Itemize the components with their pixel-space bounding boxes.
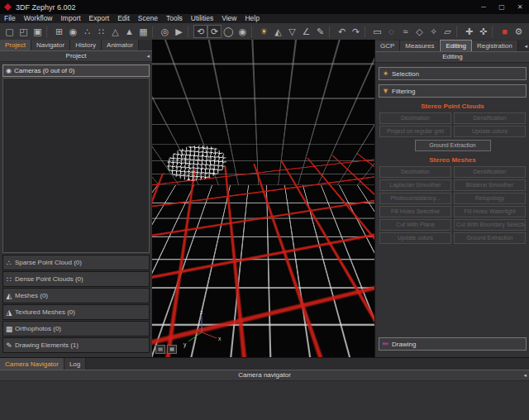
viewport-grid-icon[interactable]: ▦	[167, 345, 177, 354]
stereo-meshes-title: Stereo Meshes	[375, 156, 529, 164]
free-look-icon[interactable]: ◯	[222, 25, 236, 38]
orbit-pan-icon[interactable]: ⟳	[207, 25, 222, 38]
spc-update-colors-button[interactable]: Update colors	[454, 126, 526, 137]
sm-decimation-button[interactable]: Decimation	[379, 166, 451, 178]
smart-selection-icon[interactable]: ✧	[427, 25, 441, 38]
sm-update-colors-button[interactable]: Update colors	[379, 232, 451, 244]
circle-selection-icon[interactable]: ◌	[384, 25, 398, 38]
orthophoto-icon[interactable]: ▦	[136, 25, 150, 38]
toolbar-separator	[365, 26, 369, 37]
tab-animator[interactable]: Animator	[102, 40, 139, 50]
3d-viewport[interactable]: z x y ▤ ▦	[152, 40, 374, 357]
rect-selection-icon[interactable]: ▭	[370, 25, 384, 38]
spc-project-regular-grid-button[interactable]: Project on regular grid	[379, 126, 451, 137]
menu-export[interactable]: Export	[85, 14, 114, 23]
menu-bar: File Workflow Import Export Edit Scene T…	[0, 14, 529, 23]
collapse-bottom-icon[interactable]: ◂	[523, 370, 527, 380]
shaded-view-icon[interactable]: ◭	[271, 25, 285, 38]
wireframe-view-icon[interactable]: ▽	[285, 25, 299, 38]
meshes-item[interactable]: ◭ Meshes (0)	[2, 288, 150, 303]
close-button[interactable]: ✕	[511, 0, 529, 14]
settings-icon[interactable]: ⚙	[512, 25, 526, 38]
sm-densification-button[interactable]: Densification	[454, 166, 526, 178]
lasso-selection-icon[interactable]: ≈	[398, 25, 412, 38]
orbit-rotate-icon[interactable]: ⟲	[193, 25, 207, 38]
sm-cut-with-plane-button[interactable]: Cut With Plane	[379, 219, 451, 231]
poly-selection-icon[interactable]: ◇	[412, 25, 427, 38]
menu-help[interactable]: Help	[241, 14, 263, 23]
minimize-button[interactable]: ─	[474, 0, 493, 14]
tabs-scroll-left-icon[interactable]: ◂	[522, 41, 529, 51]
dense-point-cloud-icon[interactable]: ∷	[94, 25, 108, 38]
tab-registration[interactable]: Registration	[472, 41, 518, 51]
record-video-icon[interactable]: ▶	[172, 25, 186, 38]
menu-workflow[interactable]: Workflow	[20, 14, 57, 23]
focus-view-icon[interactable]: ◉	[236, 25, 250, 38]
sm-laplacian-smoother-button[interactable]: Laplacian Smoother	[379, 179, 451, 191]
sparse-point-cloud-icon[interactable]: ∴	[80, 25, 94, 38]
lighting-icon[interactable]: ☀	[257, 25, 271, 38]
editing-panel: GCP Measures Editing Registration ◂ Edit…	[374, 40, 529, 357]
selection-button[interactable]: ✶ Selection	[379, 67, 527, 80]
sm-fill-holes-selective-button[interactable]: Fill Holes Selective	[379, 206, 451, 217]
measure-icon[interactable]: ∠	[299, 25, 313, 38]
camera-wizard-icon[interactable]: ◉	[66, 25, 80, 38]
tab-navigator[interactable]: Navigator	[31, 40, 70, 50]
manual-edit-icon[interactable]: ✚	[462, 25, 476, 38]
tab-project[interactable]: Project	[0, 40, 31, 50]
menu-import[interactable]: Import	[57, 14, 85, 23]
mesh-extraction-icon[interactable]: △	[108, 25, 122, 38]
spc-densification-button[interactable]: Densification	[454, 112, 526, 124]
gizmo-move-icon[interactable]: ✜	[476, 25, 490, 38]
tab-log[interactable]: Log	[64, 358, 86, 370]
cameras-group[interactable]: ◉ Cameras (0 out of 0)	[2, 64, 150, 77]
spc-ground-extraction-button[interactable]: Ground Extraction	[415, 140, 491, 151]
open-project-icon[interactable]: ◰	[17, 25, 31, 38]
annotate-icon[interactable]: ✎	[313, 25, 327, 38]
plane-selection-icon[interactable]: ▱	[441, 25, 455, 38]
tab-camera-navigator[interactable]: Camera Navigator	[0, 358, 64, 370]
sm-bilateral-smoother-button[interactable]: Bilateral Smoother	[454, 179, 526, 191]
redo-icon[interactable]: ↷	[349, 25, 363, 38]
screenshot-icon[interactable]: ◎	[158, 25, 172, 38]
zephyr-cube-icon[interactable]: ■	[498, 25, 512, 38]
camera-tree-area[interactable]	[2, 78, 150, 253]
spc-decimation-button[interactable]: Decimation	[379, 112, 451, 124]
viewport-layout-icon[interactable]: ▤	[155, 345, 165, 354]
sm-photoconsistency-button[interactable]: Photoconsistency...	[379, 193, 451, 204]
menu-edit[interactable]: Edit	[113, 14, 134, 23]
collapse-left-icon[interactable]: ◂	[146, 51, 150, 61]
textured-mesh-icon: ◮	[3, 308, 15, 317]
menu-scene[interactable]: Scene	[134, 14, 162, 23]
sm-retopology-button[interactable]: Retopology	[454, 193, 526, 204]
textured-mesh-icon[interactable]: ▲	[122, 25, 136, 38]
axis-y-label: y	[183, 341, 187, 348]
menu-file[interactable]: File	[0, 14, 20, 23]
drawing-elements-item[interactable]: ✎ Drawing Elements (1)	[2, 337, 150, 353]
menu-utilities[interactable]: Utilities	[187, 14, 217, 23]
tab-measures[interactable]: Measures	[400, 41, 440, 51]
textured-meshes-item[interactable]: ◮ Textured Meshes (0)	[2, 304, 150, 320]
toolbar-separator	[456, 26, 460, 37]
tab-history[interactable]: History	[70, 40, 102, 50]
tab-editing[interactable]: Editing	[440, 40, 471, 51]
tab-gcp[interactable]: GCP	[375, 41, 400, 51]
sm-ground-extraction-button[interactable]: Ground Extraction	[454, 232, 526, 244]
dense-point-clouds-item[interactable]: ∷ Dense Point Clouds (0)	[2, 271, 150, 287]
menu-view[interactable]: View	[217, 14, 241, 23]
undo-icon[interactable]: ↶	[335, 25, 349, 38]
filtering-button[interactable]: ▼ Filtering	[379, 84, 527, 98]
import-photos-icon[interactable]: ⊞	[52, 25, 66, 38]
new-project-icon[interactable]: ▢	[2, 25, 17, 38]
sparse-point-cloud-item[interactable]: ∴ Sparse Point Cloud (0)	[2, 255, 150, 270]
main-toolbar: ▢ ◰ ▣ ⊞ ◉ ∴ ∷ △ ▲ ▦ ◎ ▶ ⟲ ⟳ ◯ ◉ ☀ ◭ ▽ ∠ …	[0, 23, 529, 41]
selection-cursor-icon: ✶	[379, 69, 392, 78]
list-item-label: Orthophotos (0)	[15, 325, 61, 332]
maximize-button[interactable]: ▢	[493, 0, 511, 14]
orthophotos-item[interactable]: ▦ Orthophotos (0)	[2, 321, 150, 336]
drawing-button[interactable]: ✏ Drawing	[379, 337, 527, 351]
save-project-icon[interactable]: ▣	[31, 25, 45, 38]
menu-tools[interactable]: Tools	[162, 14, 187, 23]
sm-cut-with-boundary-button[interactable]: Cut With Boundary Selection	[454, 219, 526, 231]
sm-fill-holes-watertight-button[interactable]: Fill Holes Watertight	[454, 206, 526, 217]
